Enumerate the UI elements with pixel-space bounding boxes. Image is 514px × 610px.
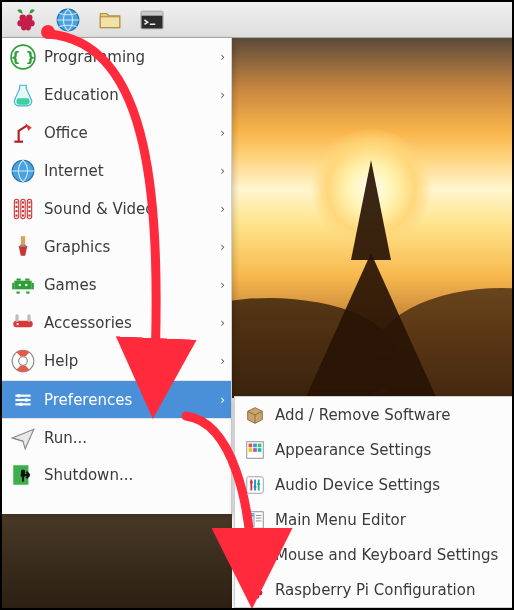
menu-item-education[interactable]: Education ›: [2, 76, 231, 114]
sub-item-audio[interactable]: Audio Device Settings: [235, 467, 513, 502]
svg-rect-39: [25, 284, 27, 286]
code-braces-icon: { }: [10, 44, 36, 70]
svg-rect-27: [28, 210, 30, 212]
sub-item-add-remove[interactable]: Add / Remove Software: [235, 397, 513, 432]
sub-item-appearance[interactable]: Appearance Settings: [235, 432, 513, 467]
svg-point-92: [254, 594, 259, 599]
sub-item-label: Mouse and Keyboard Settings: [275, 546, 498, 564]
svg-rect-63: [258, 448, 262, 452]
svg-rect-26: [28, 206, 30, 208]
svg-rect-83: [248, 559, 255, 560]
taskbar: [2, 2, 512, 38]
chevron-right-icon: ›: [220, 50, 225, 64]
lifebuoy-icon: [10, 348, 36, 374]
menu-item-accessories[interactable]: Accessories ›: [2, 304, 231, 342]
audio-sliders-icon: [243, 473, 267, 497]
svg-rect-23: [22, 210, 24, 212]
menu-item-label: Education: [44, 86, 212, 104]
sub-item-mouse-keyboard[interactable]: Mouse and Keyboard Settings: [235, 537, 513, 572]
menu-item-games[interactable]: Games ›: [2, 266, 231, 304]
svg-point-52: [19, 402, 22, 405]
svg-point-56: [21, 470, 25, 474]
menu-item-label: Games: [44, 276, 212, 294]
menu-item-label: Preferences: [44, 391, 212, 409]
globe-icon: [55, 7, 81, 33]
svg-rect-82: [254, 556, 255, 557]
menu-item-label: Shutdown...: [44, 466, 225, 484]
svg-rect-55: [22, 475, 24, 482]
svg-rect-38: [19, 284, 21, 286]
exit-icon: [10, 462, 36, 488]
svg-rect-77: [246, 555, 259, 562]
svg-rect-34: [17, 279, 21, 281]
file-manager-icon: [97, 7, 123, 33]
menu-item-graphics[interactable]: Graphics ›: [2, 228, 231, 266]
lamp-icon: [10, 120, 36, 146]
mouse-keyboard-icon: [243, 543, 267, 567]
sliders-icon: [10, 387, 36, 413]
menu-item-run[interactable]: Run...: [2, 418, 231, 456]
menu-item-programming[interactable]: { } Programming ›: [2, 38, 231, 76]
svg-rect-10: [141, 11, 163, 15]
sub-item-label: Raspberry Pi Configuration: [275, 581, 475, 599]
svg-rect-35: [25, 279, 29, 281]
chevron-right-icon: ›: [220, 393, 225, 407]
web-browser-launcher[interactable]: [48, 5, 88, 35]
menu-item-label: Graphics: [44, 238, 212, 256]
menu-item-label: Internet: [44, 162, 212, 180]
svg-rect-19: [15, 210, 17, 212]
desktop-wallpaper-bottom: [2, 510, 232, 608]
svg-rect-21: [22, 201, 24, 203]
menu-item-label: Help: [44, 352, 212, 370]
svg-rect-61: [249, 448, 253, 452]
svg-rect-31: [14, 281, 31, 290]
svg-rect-59: [253, 443, 257, 447]
svg-rect-60: [258, 443, 262, 447]
svg-rect-40: [13, 321, 33, 328]
svg-point-51: [25, 398, 28, 401]
raspberry-icon: [243, 578, 267, 602]
swatch-icon: [243, 438, 267, 462]
menu-item-office[interactable]: Office ›: [2, 114, 231, 152]
sub-item-label: Main Menu Editor: [275, 511, 406, 529]
chevron-right-icon: ›: [220, 240, 225, 254]
sub-item-label: Audio Device Settings: [275, 476, 440, 494]
svg-rect-17: [15, 201, 17, 203]
menu-item-label: Sound & Video: [44, 200, 212, 218]
film-icon: [10, 196, 36, 222]
svg-text:{ }: { }: [11, 49, 36, 65]
chevron-right-icon: ›: [220, 126, 225, 140]
svg-rect-8: [100, 16, 120, 27]
preferences-submenu: Add / Remove Software Appearance Setting…: [234, 396, 514, 608]
sub-item-label: Appearance Settings: [275, 441, 431, 459]
menu-item-sound-video[interactable]: Sound & Video ›: [2, 190, 231, 228]
menu-button[interactable]: [6, 5, 46, 35]
chevron-right-icon: ›: [220, 88, 225, 102]
main-menu: { } Programming › Education › Office › I…: [2, 38, 232, 514]
svg-rect-28: [28, 214, 30, 216]
paintbrush-icon: [10, 234, 36, 260]
sub-item-rpi-config[interactable]: Raspberry Pi Configuration: [235, 572, 513, 607]
desktop-wallpaper: [228, 38, 512, 398]
sub-item-label: Add / Remove Software: [275, 406, 450, 424]
svg-rect-33: [32, 283, 34, 290]
menu-item-shutdown[interactable]: Shutdown...: [2, 456, 231, 494]
menu-item-label: Accessories: [44, 314, 212, 332]
invader-icon: [10, 272, 36, 298]
sub-item-menu-editor[interactable]: Main Menu Editor: [235, 502, 513, 537]
svg-rect-69: [254, 485, 257, 487]
menu-item-internet[interactable]: Internet ›: [2, 152, 231, 190]
svg-rect-79: [249, 556, 250, 557]
menu-item-help[interactable]: Help ›: [2, 342, 231, 380]
terminal-launcher[interactable]: [132, 5, 172, 35]
chevron-right-icon: ›: [220, 316, 225, 330]
file-manager-launcher[interactable]: [90, 5, 130, 35]
menu-item-preferences[interactable]: Preferences ›: [2, 380, 231, 418]
menu-editor-icon: [243, 508, 267, 532]
globe-icon: [10, 158, 36, 184]
svg-rect-42: [27, 314, 30, 322]
svg-rect-36: [17, 292, 20, 294]
svg-rect-18: [15, 206, 17, 208]
svg-rect-20: [15, 214, 17, 216]
menu-item-label: Programming: [44, 48, 212, 66]
